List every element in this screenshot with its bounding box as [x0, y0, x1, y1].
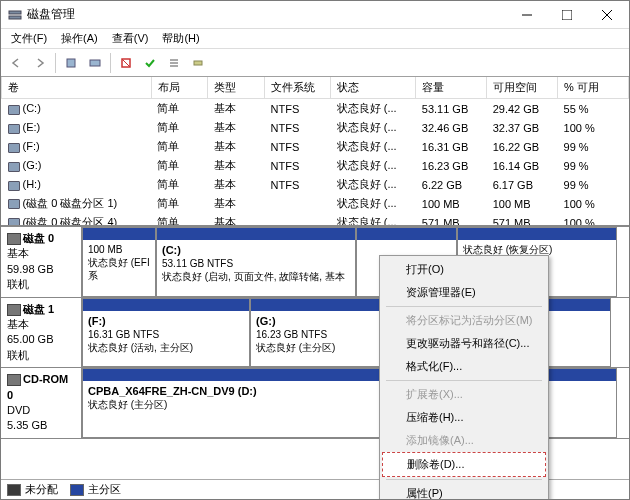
table-cell: 简单	[151, 156, 208, 175]
context-menu-item[interactable]: 删除卷(D)...	[382, 452, 546, 477]
context-menu-item: 将分区标记为活动分区(M)	[382, 309, 546, 332]
disk-icon	[7, 374, 21, 386]
close-button[interactable]	[587, 1, 627, 29]
context-menu-item[interactable]: 格式化(F)...	[382, 355, 546, 378]
table-cell: 简单	[151, 118, 208, 137]
tb-btn-disk[interactable]	[187, 52, 209, 74]
table-cell: 100 MB	[487, 194, 558, 213]
menu-separator	[386, 306, 542, 307]
menu-help[interactable]: 帮助(H)	[156, 29, 205, 48]
context-menu-item[interactable]: 打开(O)	[382, 258, 546, 281]
partition-bar	[83, 228, 155, 240]
table-cell: 29.42 GB	[487, 99, 558, 119]
table-cell: 571 MB	[416, 213, 487, 227]
volume-icon	[8, 124, 20, 134]
titlebar: 磁盘管理	[1, 1, 629, 29]
volume-icon	[8, 199, 20, 209]
table-cell: NTFS	[265, 175, 331, 194]
partition-bar	[458, 228, 616, 240]
tb-btn-list[interactable]	[163, 52, 185, 74]
menu-file[interactable]: 文件(F)	[5, 29, 53, 48]
disk-icon	[7, 304, 21, 316]
table-row[interactable]: (G:)简单基本NTFS状态良好 (...16.23 GB16.14 GB99 …	[2, 156, 629, 175]
col-header[interactable]: 布局	[151, 77, 208, 99]
col-header[interactable]: 类型	[208, 77, 265, 99]
table-cell: 基本	[208, 156, 265, 175]
table-cell: 简单	[151, 137, 208, 156]
col-header[interactable]: 容量	[416, 77, 487, 99]
table-cell: 100 %	[558, 118, 629, 137]
table-cell: 55 %	[558, 99, 629, 119]
maximize-button[interactable]	[547, 1, 587, 29]
disk-label[interactable]: 磁盘 0基本59.98 GB联机	[1, 227, 82, 297]
col-header[interactable]: 文件系统	[265, 77, 331, 99]
svg-rect-0	[9, 11, 21, 14]
col-header[interactable]: 卷	[2, 77, 152, 99]
table-cell: 基本	[208, 137, 265, 156]
context-menu-item[interactable]: 更改驱动器号和路径(C)...	[382, 332, 546, 355]
menu-view[interactable]: 查看(V)	[106, 29, 155, 48]
volume-icon	[8, 218, 20, 227]
table-cell: 32.46 GB	[416, 118, 487, 137]
toolbar-separator	[110, 53, 111, 73]
context-menu-item: 添加镜像(A)...	[382, 429, 546, 452]
table-cell: 状态良好 (...	[331, 213, 416, 227]
table-cell: 简单	[151, 175, 208, 194]
table-cell: 99 %	[558, 156, 629, 175]
table-row[interactable]: (H:)简单基本NTFS状态良好 (...6.22 GB6.17 GB99 %	[2, 175, 629, 194]
col-header[interactable]: % 可用	[558, 77, 629, 99]
tb-btn-2[interactable]	[84, 52, 106, 74]
col-header[interactable]: 可用空间	[487, 77, 558, 99]
disk-label[interactable]: CD-ROM 0DVD5.35 GB	[1, 368, 82, 438]
legend-label: 未分配	[25, 482, 58, 497]
refresh-button[interactable]	[115, 52, 137, 74]
partition[interactable]: (F:)16.31 GB NTFS状态良好 (活动, 主分区)	[82, 298, 250, 368]
disk-icon	[7, 233, 21, 245]
table-cell: 状态良好 (...	[331, 118, 416, 137]
partition-body: (F:)16.31 GB NTFS状态良好 (活动, 主分区)	[83, 311, 249, 367]
table-cell: 状态良好 (...	[331, 137, 416, 156]
table-row[interactable]: (F:)简单基本NTFS状态良好 (...16.31 GB16.22 GB99 …	[2, 137, 629, 156]
partition-bar	[157, 228, 355, 240]
volume-table: 卷布局类型文件系统状态容量可用空间% 可用 (C:)简单基本NTFS状态良好 (…	[1, 77, 629, 227]
table-row[interactable]: (E:)简单基本NTFS状态良好 (...32.46 GB32.37 GB100…	[2, 118, 629, 137]
table-cell: 100 MB	[416, 194, 487, 213]
table-cell: NTFS	[265, 137, 331, 156]
col-header[interactable]: 状态	[331, 77, 416, 99]
legend-label: 主分区	[88, 482, 121, 497]
tb-btn-check[interactable]	[139, 52, 161, 74]
table-cell: (磁盘 0 磁盘分区 4)	[2, 213, 152, 227]
volume-icon	[8, 181, 20, 191]
menu-action[interactable]: 操作(A)	[55, 29, 104, 48]
table-cell: 基本	[208, 99, 265, 119]
table-cell: 状态良好 (...	[331, 194, 416, 213]
table-cell: 100 %	[558, 213, 629, 227]
context-menu-item[interactable]: 资源管理器(E)	[382, 281, 546, 304]
table-row[interactable]: (磁盘 0 磁盘分区 4)简单基本状态良好 (...571 MB571 MB10…	[2, 213, 629, 227]
table-row[interactable]: (C:)简单基本NTFS状态良好 (...53.11 GB29.42 GB55 …	[2, 99, 629, 119]
table-cell: (磁盘 0 磁盘分区 1)	[2, 194, 152, 213]
table-cell: 571 MB	[487, 213, 558, 227]
table-cell: 简单	[151, 194, 208, 213]
table-cell: NTFS	[265, 156, 331, 175]
back-button[interactable]	[5, 52, 27, 74]
menu-separator	[386, 479, 542, 480]
context-menu-item[interactable]: 属性(P)	[382, 482, 546, 500]
table-row[interactable]: (磁盘 0 磁盘分区 1)简单基本状态良好 (...100 MB100 MB10…	[2, 194, 629, 213]
partition[interactable]: 100 MB状态良好 (EFI 系	[82, 227, 156, 297]
table-cell: (E:)	[2, 118, 152, 137]
table-cell	[265, 213, 331, 227]
minimize-button[interactable]	[507, 1, 547, 29]
window-title: 磁盘管理	[27, 6, 507, 23]
disk-label[interactable]: 磁盘 1基本65.00 GB联机	[1, 298, 82, 368]
table-cell: 状态良好 (...	[331, 99, 416, 119]
table-cell: NTFS	[265, 99, 331, 119]
partition-bar	[83, 299, 249, 311]
partition[interactable]: (C:)53.11 GB NTFS状态良好 (启动, 页面文件, 故障转储, 基…	[156, 227, 356, 297]
context-menu-item[interactable]: 压缩卷(H)...	[382, 406, 546, 429]
forward-button[interactable]	[29, 52, 51, 74]
table-cell: 基本	[208, 118, 265, 137]
table-cell: 32.37 GB	[487, 118, 558, 137]
tb-btn-1[interactable]	[60, 52, 82, 74]
table-cell: 简单	[151, 213, 208, 227]
